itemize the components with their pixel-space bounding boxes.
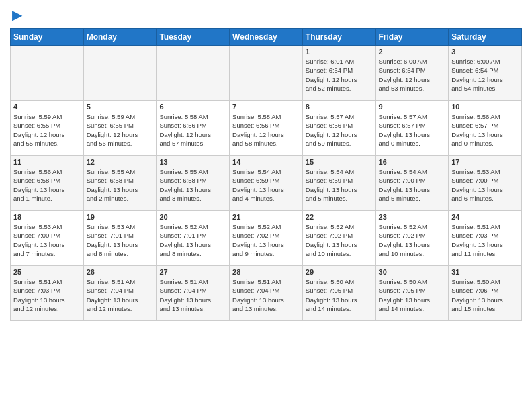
day-number: 14 [232,158,300,166]
day-info-line: Sunrise: 5:57 AM [379,113,427,120]
day-info-line: Daylight: 13 hours [159,186,211,193]
calendar-cell: 29Sunrise: 5:50 AMSunset: 7:05 PMDayligh… [302,266,375,321]
day-number: 9 [379,103,446,111]
day-info-line: Daylight: 13 hours [306,186,357,193]
calendar-cell: 10Sunrise: 5:56 AMSunset: 6:57 PMDayligh… [449,101,522,156]
day-info-line: Daylight: 12 hours [159,131,211,138]
day-info-line: Sunset: 7:00 PM [451,177,498,184]
day-info-line: Sunrise: 5:55 AM [87,168,135,175]
day-info-line: Sunrise: 5:51 AM [159,278,208,285]
day-number: 25 [13,268,81,276]
day-info-line: Sunrise: 5:51 AM [451,223,500,230]
day-number: 26 [87,268,154,276]
day-info-line: Daylight: 13 hours [451,296,503,304]
day-info-line: Daylight: 13 hours [232,186,284,193]
day-info: Sunrise: 6:01 AMSunset: 6:54 PMDaylight:… [306,57,373,93]
day-info-line: and 10 minutes. [379,250,425,257]
day-info-line: Sunset: 6:59 PM [306,177,353,184]
calendar-cell: 3Sunrise: 6:00 AMSunset: 6:54 PMDaylight… [449,46,522,101]
day-info-line: Sunrise: 6:01 AM [306,58,354,65]
calendar-cell: 31Sunrise: 5:50 AMSunset: 7:06 PMDayligh… [449,266,522,321]
day-info: Sunrise: 5:52 AMSunset: 7:02 PMDaylight:… [232,222,300,258]
day-info-line: and 11 minutes. [451,250,497,257]
header-saturday: Saturday [449,29,522,46]
logo: ▶ [10,7,22,23]
day-info-line: Sunrise: 5:52 AM [159,223,208,230]
day-info-line: Sunset: 7:02 PM [379,232,426,239]
day-info-line: Daylight: 13 hours [87,296,138,304]
header-wednesday: Wednesday [230,29,303,46]
calendar-cell: 13Sunrise: 5:55 AMSunset: 6:58 PMDayligh… [157,156,230,211]
day-number: 17 [451,158,519,166]
calendar-cell: 1Sunrise: 6:01 AMSunset: 6:54 PMDaylight… [302,46,375,101]
day-info-line: Sunrise: 5:52 AM [306,223,354,230]
day-info-line: Daylight: 13 hours [451,241,503,248]
calendar-cell: 21Sunrise: 5:52 AMSunset: 7:02 PMDayligh… [230,211,303,266]
calendar-header-row: SundayMondayTuesdayWednesdayThursdayFrid… [11,29,522,46]
day-info-line: Sunrise: 5:50 AM [379,278,427,285]
day-info-line: Sunset: 6:54 PM [306,66,353,74]
day-info-line: Daylight: 13 hours [379,241,431,248]
day-info-line: Sunset: 7:05 PM [306,287,353,294]
day-info-line: Sunrise: 5:55 AM [159,168,208,175]
header-sunday: Sunday [11,29,84,46]
day-info-line: and 2 minutes. [87,195,128,202]
day-info-line: Sunrise: 5:52 AM [379,223,427,230]
day-info: Sunrise: 5:51 AMSunset: 7:03 PMDaylight:… [451,222,519,258]
day-info-line: Daylight: 12 hours [451,76,503,83]
day-info-line: and 6 minutes. [451,195,493,202]
day-info-line: and 8 minutes. [87,250,128,257]
day-info-line: and 53 minutes. [379,85,425,92]
day-number: 30 [379,268,446,276]
day-info-line: Sunrise: 6:00 AM [379,58,427,65]
calendar-cell: 4Sunrise: 5:59 AMSunset: 6:55 PMDaylight… [11,101,84,156]
day-info-line: Daylight: 13 hours [451,186,503,193]
day-info-line: Sunset: 7:00 PM [379,177,426,184]
day-info-line: Sunrise: 5:54 AM [379,168,427,175]
calendar-cell: 11Sunrise: 5:56 AMSunset: 6:58 PMDayligh… [11,156,84,211]
day-info-line: Sunset: 7:03 PM [13,287,60,294]
calendar-cell: 7Sunrise: 5:58 AMSunset: 6:56 PMDaylight… [230,101,303,156]
day-info-line: and 4 minutes. [232,195,274,202]
day-info-line: Sunset: 7:06 PM [451,287,498,294]
day-info-line: Daylight: 12 hours [232,131,284,138]
day-info-line: Sunrise: 5:53 AM [451,168,500,175]
day-info-line: and 5 minutes. [379,195,420,202]
day-info: Sunrise: 5:58 AMSunset: 6:56 PMDaylight:… [232,112,300,148]
calendar-cell: 14Sunrise: 5:54 AMSunset: 6:59 PMDayligh… [230,156,303,211]
calendar-cell: 25Sunrise: 5:51 AMSunset: 7:03 PMDayligh… [11,266,84,321]
day-info-line: Sunrise: 5:54 AM [232,168,281,175]
day-info-line: Sunset: 7:00 PM [13,232,60,239]
day-info-line: and 59 minutes. [306,140,351,147]
day-info-line: Sunset: 7:04 PM [232,287,279,294]
day-number: 10 [451,103,519,111]
day-number: 22 [306,213,373,221]
calendar-cell: 20Sunrise: 5:52 AMSunset: 7:01 PMDayligh… [157,211,230,266]
calendar-cell: 12Sunrise: 5:55 AMSunset: 6:58 PMDayligh… [83,156,157,211]
calendar-cell [157,46,230,101]
day-number: 4 [13,103,81,111]
day-info-line: Sunset: 7:04 PM [159,287,206,294]
calendar-cell: 30Sunrise: 5:50 AMSunset: 7:05 PMDayligh… [375,266,449,321]
day-number: 5 [87,103,154,111]
day-info-line: Daylight: 13 hours [379,131,431,138]
day-info-line: Daylight: 13 hours [306,241,357,248]
day-info-line: and 52 minutes. [306,85,351,92]
calendar-cell: 6Sunrise: 5:58 AMSunset: 6:56 PMDaylight… [157,101,230,156]
header-friday: Friday [375,29,449,46]
day-info-line: and 3 minutes. [159,195,201,202]
calendar-cell: 26Sunrise: 5:51 AMSunset: 7:04 PMDayligh… [83,266,157,321]
day-info-line: Sunset: 7:03 PM [451,232,498,239]
day-info-line: and 54 minutes. [451,85,497,92]
day-info-line: and 7 minutes. [13,250,55,257]
day-info-line: Sunset: 7:01 PM [87,232,134,239]
day-info-line: Sunset: 6:55 PM [13,122,60,129]
day-info-line: Sunset: 6:56 PM [159,122,206,129]
day-number: 24 [451,213,519,221]
calendar-cell: 2Sunrise: 6:00 AMSunset: 6:54 PMDaylight… [375,46,449,101]
day-info-line: Sunset: 7:02 PM [306,232,353,239]
day-number: 6 [159,103,226,111]
day-number: 20 [159,213,226,221]
day-info: Sunrise: 5:59 AMSunset: 6:55 PMDaylight:… [87,112,154,148]
day-info-line: Sunrise: 5:59 AM [87,113,135,120]
